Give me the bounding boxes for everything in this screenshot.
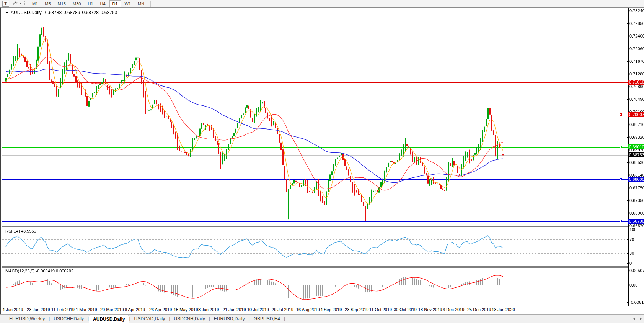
macd-values: -0.000419 0.000202 (36, 269, 73, 273)
text-label-tool-button[interactable]: T (2, 1, 9, 7)
plot-area: AUDUSD,Daily0.687880.687890.687280.68753… (2, 8, 644, 314)
macd-label: MACD(12,26,9) -0.000419 0.000202 (5, 269, 73, 273)
date-tick-label: 10 Jul 2019 (247, 307, 269, 312)
macd-tick: -0.006148 (629, 300, 644, 305)
timeframe-button-h4[interactable]: H4 (97, 0, 108, 7)
date-tick-label: 26 Apr 2019 (149, 307, 172, 312)
timeframe-button-h1[interactable]: H1 (85, 0, 96, 7)
price-tick: 0.71670 (629, 59, 644, 64)
chart-window: AUDUSD,Daily0.687880.687890.687280.68753… (0, 7, 644, 314)
rsi-label: RSI(14) 43.5559 (5, 229, 36, 233)
hline-price-badge: 0.68000 (628, 177, 644, 182)
quote-low: 0.68728 (82, 10, 98, 15)
hline-handle[interactable] (620, 113, 622, 116)
quote-open: 0.68788 (45, 10, 62, 15)
date-tick-label: 4 Sep 2019 (320, 307, 342, 312)
rsi-tick: 30 (629, 251, 634, 256)
timeframe-button-m5[interactable]: M5 (42, 0, 54, 7)
hline-price-badge: 0.66706 (628, 219, 644, 224)
chart-tab-bar: EURUSD,Weekly|USDCHF,Daily|AUDUSD,Daily|… (0, 314, 644, 323)
macd-name: MACD(12,26,9) (5, 269, 34, 273)
arrows-icon (12, 0, 18, 7)
price-tick: 0.70890 (629, 84, 644, 89)
tab-usdcad-daily[interactable]: USDCAD,Daily (130, 315, 169, 323)
date-tick-label: 25 Dec 2019 (467, 307, 491, 312)
date-tick-label: 1 Mar 2019 (76, 307, 97, 312)
tab-usdchf-daily[interactable]: USDCHF,Daily (50, 315, 88, 323)
toolbar-separator (150, 1, 151, 7)
timeframe-button-w1[interactable]: W1 (122, 0, 134, 7)
date-tick-label: 8 Apr 2019 (125, 307, 145, 312)
tab-strip: EURUSD,Weekly|USDCHF,Daily|AUDUSD,Daily|… (5, 315, 285, 323)
tab-scroll-left-icon[interactable] (633, 317, 635, 320)
tab-eurusd-weekly[interactable]: EURUSD,Weekly (5, 315, 49, 323)
hline-price-badge: 0.70007 (628, 112, 644, 117)
date-tick-label: 4 Jan 2019 (2, 307, 23, 312)
arrows-tool-button[interactable] (12, 0, 21, 7)
date-tick-label: 30 Oct 2019 (394, 307, 417, 312)
price-tick: 0.71280 (629, 72, 644, 76)
tab-scroll-controls (633, 317, 642, 320)
date-tick-label: 23 Sep 2019 (345, 307, 368, 312)
timeframe-button-m15[interactable]: M15 (55, 0, 69, 7)
tab-divider: | (284, 316, 285, 321)
timeframe-buttons: M1M5M15M30H1H4D1W1MN (29, 0, 148, 7)
date-tick-label: 23 Jan 2019 (27, 307, 50, 312)
price-tick: 0.69710 (629, 122, 644, 127)
date-tick-label: 18 Nov 2019 (418, 307, 442, 312)
date-tick-label: 15 May 2019 (174, 307, 198, 312)
top-toolbar: T M1M5M15M30H1H4D1W1MN (0, 0, 644, 7)
quote-close: 0.68753 (101, 10, 117, 15)
chevron-down-icon (19, 3, 21, 4)
price-tick: 0.70490 (629, 97, 644, 102)
price-axis[interactable]: 0.732400.728500.724600.720600.716700.712… (628, 8, 643, 306)
timeframe-button-m30[interactable]: M30 (70, 0, 84, 7)
date-tick-label: 11 Oct 2019 (369, 307, 392, 312)
tab-audusd-daily[interactable]: AUDUSD,Daily (89, 315, 129, 323)
chart-dropdown-icon[interactable] (5, 12, 8, 14)
chart-title: AUDUSD,Daily0.687880.687890.687280.68753 (5, 10, 117, 15)
rsi-tick: 0 (629, 261, 632, 266)
macd-tick: 0.00 (629, 283, 637, 287)
timeframe-button-mn[interactable]: MN (135, 0, 147, 7)
date-tick-label: 21 Jun 2019 (223, 307, 246, 312)
price-tick: 0.69320 (629, 135, 644, 139)
price-tick: 0.73240 (629, 8, 644, 13)
date-tick-label: 16 Aug 2019 (296, 307, 320, 312)
price-tick: 0.72460 (629, 34, 644, 38)
price-tick: 0.67350 (629, 198, 644, 203)
date-tick-label: 3 Jun 2019 (198, 307, 219, 312)
price-tick: 0.72060 (629, 46, 644, 51)
hline-handle[interactable] (620, 146, 622, 148)
rsi-value: 43.5559 (21, 229, 36, 233)
date-tick-label: 6 Dec 2019 (443, 307, 464, 312)
hline-price-badge: 0.71016 (628, 80, 644, 85)
bid-price-badge: 0.68753 (628, 152, 644, 157)
price-tick: 0.66960 (629, 211, 644, 215)
tab-eurusd-daily[interactable]: EURUSD,Daily (210, 315, 249, 323)
date-tick-label: 20 Mar 2019 (100, 307, 124, 312)
date-axis: 4 Jan 201923 Jan 201911 Feb 20191 Mar 20… (2, 306, 644, 314)
price-tick: 0.72850 (629, 21, 644, 26)
rsi-tick: 70 (629, 237, 634, 242)
rsi-tick: 100 (629, 227, 636, 232)
tab-gbpusd-h4[interactable]: GBPUSD,H4 (250, 315, 284, 323)
hline-price-badge: 0.69010 (628, 144, 644, 149)
hline-handle[interactable] (620, 220, 622, 222)
price-tick: 0.68530 (629, 160, 644, 165)
date-tick-label: 11 Feb 2019 (51, 307, 75, 312)
quote-high: 0.68789 (64, 10, 80, 15)
chart-symbol: AUDUSD,Daily (11, 10, 42, 15)
timeframe-button-m1[interactable]: M1 (29, 0, 41, 7)
chart-canvas[interactable] (2, 8, 629, 306)
toolbar-grip (24, 1, 27, 6)
date-tick-label: 13 Jan 2020 (492, 307, 515, 312)
hline-handle[interactable] (620, 178, 622, 180)
tab-scroll-right-icon[interactable] (640, 317, 642, 320)
macd-tick: 0.005076 (629, 268, 644, 273)
tab-usdcnh-daily[interactable]: USDCNH,Daily (170, 315, 209, 323)
rsi-name: RSI(14) (5, 229, 20, 233)
price-tick: 0.67750 (629, 185, 644, 190)
timeframe-button-d1[interactable]: D1 (109, 0, 121, 7)
date-tick-label: 29 Jul 2019 (272, 307, 293, 312)
